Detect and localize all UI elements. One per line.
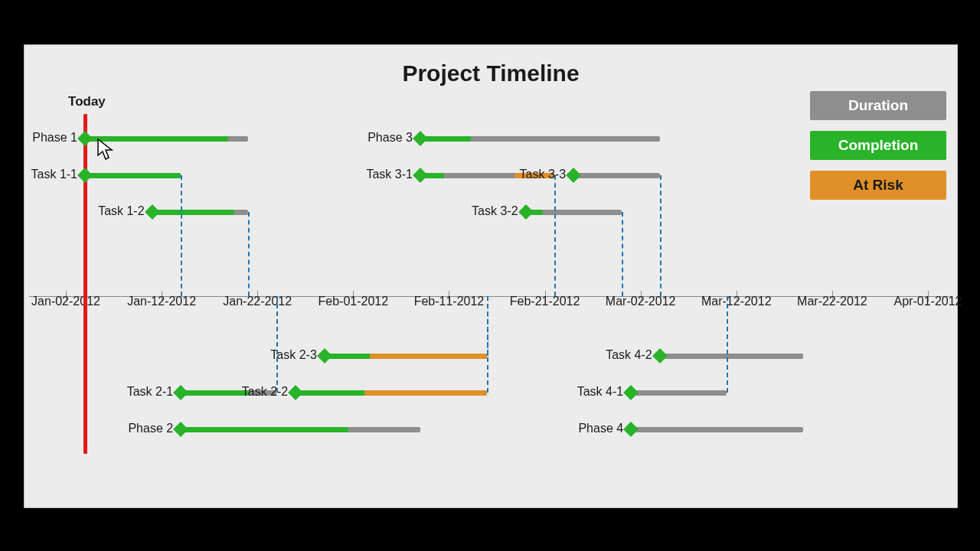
axis-tick-label: Feb-01-2012: [318, 295, 389, 308]
start-diamond-icon: [413, 131, 428, 146]
start-diamond-icon: [288, 385, 303, 400]
axis-tick-label: Mar-02-2012: [606, 295, 676, 308]
start-diamond-icon: [623, 422, 639, 437]
task-label: Task 2-2: [242, 385, 288, 399]
start-diamond-icon: [623, 385, 639, 400]
axis-tick-label: Mar-12-2012: [701, 295, 772, 308]
completion-bar: [85, 136, 228, 142]
axis-tick-label: Jan-02-2012: [31, 295, 100, 308]
axis-tick-label: Apr-01-2012: [894, 295, 962, 308]
dependency-line: [660, 175, 662, 296]
axis-tick-label: Feb-21-2012: [510, 295, 580, 308]
start-diamond-icon: [317, 348, 332, 364]
duration-bar: [631, 390, 727, 396]
duration-bar: [573, 173, 660, 178]
dependency-line: [276, 296, 278, 393]
task-label: Task 4-2: [606, 348, 652, 362]
dependency-line: [181, 175, 182, 296]
start-diamond-icon: [413, 168, 428, 183]
task-label: Task 1-2: [98, 204, 144, 218]
task-label: Phase 3: [368, 131, 413, 145]
axis-tick-label: Jan-22-2012: [223, 295, 292, 308]
start-diamond-icon: [566, 168, 581, 183]
completion-bar: [85, 173, 181, 178]
completion-bar: [181, 390, 250, 396]
completion-bar: [420, 136, 471, 142]
axis-tick-label: Jan-12-2012: [127, 295, 196, 308]
cursor-icon: [97, 139, 116, 165]
axis-tick-label: Mar-22-2012: [797, 295, 867, 308]
legend: Duration Completion At Risk: [810, 91, 946, 210]
dependency-line: [487, 296, 488, 356]
atrisk-bar: [370, 354, 487, 359]
task-label: Phase 2: [128, 422, 173, 435]
today-line: [83, 114, 87, 454]
completion-bar: [152, 210, 235, 215]
task-label: Task 3-1: [366, 168, 412, 181]
legend-atrisk: At Risk: [810, 171, 946, 200]
task-label: Task 2-1: [127, 385, 173, 399]
axis-tick-label: Feb-11-2012: [414, 295, 485, 308]
legend-completion: Completion: [810, 131, 946, 160]
task-label: Phase 4: [578, 422, 623, 435]
completion-bar: [296, 390, 364, 396]
completion-bar: [181, 427, 348, 432]
task-label: Phase 1: [32, 131, 77, 145]
atrisk-bar: [364, 390, 487, 396]
dependency-line: [248, 212, 250, 296]
start-diamond-icon: [518, 204, 534, 220]
chart-title: Project Timeline: [24, 60, 957, 86]
today-label: Today: [68, 94, 106, 109]
duration-bar: [660, 354, 804, 359]
dependency-line: [622, 212, 623, 296]
task-label: Task 3-2: [472, 204, 518, 218]
start-diamond-icon: [77, 131, 93, 146]
start-diamond-icon: [145, 204, 160, 220]
legend-duration: Duration: [810, 91, 946, 120]
start-diamond-icon: [173, 385, 188, 400]
start-diamond-icon: [77, 168, 93, 183]
dependency-line: [554, 175, 556, 296]
dependency-line: [727, 296, 728, 393]
start-diamond-icon: [173, 422, 188, 437]
chart-frame: Project Timeline Jan-02-2012Jan-12-2012J…: [24, 44, 958, 508]
task-label: Task 1-1: [31, 168, 77, 181]
duration-bar: [631, 427, 803, 432]
task-label: Task 4-1: [577, 385, 623, 399]
task-label: Task 3-3: [520, 168, 566, 181]
start-diamond-icon: [652, 348, 668, 364]
